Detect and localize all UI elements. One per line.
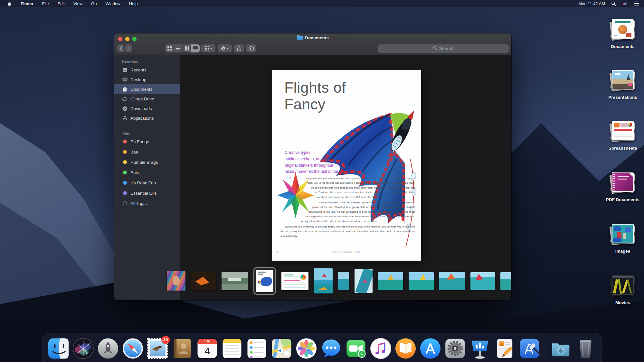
- menu-edit[interactable]: Edit: [58, 1, 65, 6]
- thumbnail-landscape-photo[interactable]: [222, 272, 248, 290]
- dock-icon-books[interactable]: [395, 338, 417, 359]
- sidebar-item-downloads[interactable]: Downloads: [114, 104, 180, 113]
- stack-label: Movies: [601, 300, 644, 305]
- thumbnail-windsurf-5[interactable]: [500, 272, 512, 290]
- dock-icon-system-preferences[interactable]: [444, 338, 466, 359]
- spotlight-search-icon[interactable]: [611, 1, 616, 6]
- dock-icon-trash[interactable]: [575, 338, 597, 359]
- desktop-stack-images[interactable]: Images: [601, 223, 644, 254]
- tag-color-dot: [123, 150, 127, 154]
- presentations-stack-icon: [609, 69, 636, 92]
- menu-clock[interactable]: Mon 11:42 AM: [578, 1, 605, 6]
- desktop-stack-spreadsheets[interactable]: Spreadsheets: [601, 120, 644, 151]
- tags-header: Tags: [114, 123, 180, 136]
- kite-sail: [322, 274, 327, 277]
- tag-button[interactable]: [246, 44, 256, 52]
- dock-icon-keynote[interactable]: [469, 338, 491, 359]
- action-button[interactable]: ▾: [218, 44, 232, 52]
- dock-icon-maps[interactable]: [271, 338, 293, 359]
- forward-button[interactable]: [125, 44, 132, 52]
- siri-menu-icon[interactable]: [622, 1, 628, 6]
- list-view-button[interactable]: [174, 44, 182, 52]
- movies-stack-icon: [609, 274, 636, 297]
- thumbnail-ocean-photo[interactable]: [338, 272, 349, 290]
- sidebar-item-desktop[interactable]: Desktop: [114, 75, 180, 84]
- sidebar-tag-humble-brags[interactable]: Humble Brags: [114, 157, 180, 167]
- tag-color-dot: [123, 191, 127, 195]
- sidebar-tag-bae[interactable]: Bae: [114, 147, 180, 157]
- view-switcher: [165, 44, 200, 52]
- thumbnail-selected-document[interactable]: [253, 267, 276, 295]
- thumbnail-windsurf-3[interactable]: [439, 272, 465, 290]
- favorites-header: Favorites: [114, 55, 180, 65]
- icon-view-button[interactable]: [165, 44, 174, 52]
- dock-icon-app-store[interactable]: [420, 338, 441, 359]
- thumbnail-spreadsheet[interactable]: [281, 272, 308, 290]
- dock-icon-launchpad[interactable]: [97, 338, 119, 359]
- dock-icon-downloads-folder[interactable]: [550, 338, 572, 359]
- dock-icon-xcode[interactable]: [519, 338, 541, 359]
- dock-icon-contacts[interactable]: [172, 338, 194, 359]
- thumbnail-windsurf-4[interactable]: [470, 272, 495, 290]
- sidebar-item-icloud-drive[interactable]: iCloud Drive: [114, 94, 180, 104]
- dock-icon-notes[interactable]: [221, 338, 243, 359]
- sidebar-item-documents[interactable]: Documents: [114, 84, 180, 94]
- windsurf-sail: [420, 274, 425, 280]
- apple-menu-icon[interactable]: [7, 1, 12, 6]
- menu-go[interactable]: Go: [91, 1, 97, 6]
- thumbnail-windsurf-2[interactable]: [409, 272, 434, 290]
- thumbnail-windsurf-1[interactable]: [378, 272, 403, 290]
- dock-icon-messages[interactable]: [320, 338, 342, 359]
- menu-help[interactable]: Help: [129, 1, 138, 6]
- documents-icon: [122, 87, 128, 92]
- dock-icon-finder[interactable]: [48, 338, 70, 359]
- desktop-stack-movies[interactable]: Movies: [601, 274, 644, 305]
- group-button[interactable]: ▾: [201, 44, 215, 52]
- document-preview[interactable]: Flights of Fancy: [272, 70, 421, 261]
- thumbnail-portrait-photo[interactable]: [167, 271, 185, 291]
- menu-file[interactable]: File: [42, 1, 49, 6]
- menu-view[interactable]: View: [73, 1, 82, 6]
- desktop-stack-presentations[interactable]: Presentations: [601, 69, 644, 100]
- search-input[interactable]: Search: [378, 44, 509, 53]
- gallery-view-button[interactable]: [191, 44, 200, 52]
- dock-icon-itunes[interactable]: [370, 338, 392, 359]
- stack-label: PDF Documents: [601, 197, 644, 202]
- downloads-icon: [122, 106, 128, 111]
- dock-icon-safari[interactable]: [122, 338, 144, 359]
- column-view-button[interactable]: [183, 44, 191, 52]
- windsurf-sail: [476, 274, 483, 281]
- stack-label: Spreadsheets: [601, 146, 644, 151]
- back-button[interactable]: [117, 44, 124, 52]
- desktop-stack-pdf-documents[interactable]: PDF Documents: [601, 171, 644, 202]
- dock-icon-facetime[interactable]: [345, 338, 367, 359]
- sidebar-item-applications[interactable]: Applications: [114, 113, 180, 123]
- search-icon: [433, 46, 437, 51]
- desktop: Finder File Edit View Go Window Help Mon…: [0, 0, 644, 362]
- thumbnail-strip: [181, 266, 511, 296]
- sidebar-tag-its-road-trip[interactable]: It's Road Trip: [114, 178, 180, 188]
- dock-icon-reminders[interactable]: [246, 338, 268, 359]
- dock-icon-mail[interactable]: 30: [147, 338, 169, 359]
- sidebar-item-all-tags[interactable]: All Tags…: [114, 198, 180, 209]
- desktop-stack-documents[interactable]: Documents: [601, 18, 644, 49]
- dock: 30 JUN 4: [42, 333, 602, 362]
- thumbnail-kite-photo[interactable]: [191, 272, 216, 290]
- share-button[interactable]: [234, 44, 244, 52]
- tag-color-dot: [123, 171, 127, 174]
- menu-window[interactable]: Window: [105, 1, 120, 6]
- thumbnail-kitesurf-portrait[interactable]: [314, 268, 333, 293]
- dock-icon-calendar[interactable]: JUN 4: [196, 338, 218, 359]
- finder-window: Documents: [114, 33, 511, 300]
- dock-icon-photos[interactable]: [296, 338, 317, 359]
- dock-icon-pages[interactable]: [494, 338, 516, 359]
- sidebar-tag-en-fuego[interactable]: En Fuego: [114, 136, 180, 147]
- sidebar-tag-epic[interactable]: Epic: [114, 167, 180, 178]
- menu-finder[interactable]: Finder: [21, 1, 33, 6]
- thumbnail-tilted-windsurf[interactable]: [355, 269, 373, 293]
- chevron-down-icon: ▾: [227, 47, 229, 50]
- notification-center-icon[interactable]: [634, 2, 639, 5]
- sidebar-tag-essential-oils[interactable]: Essential Oils: [114, 188, 180, 198]
- dock-icon-siri[interactable]: [72, 338, 94, 359]
- sidebar-item-recents[interactable]: Recents: [114, 65, 180, 75]
